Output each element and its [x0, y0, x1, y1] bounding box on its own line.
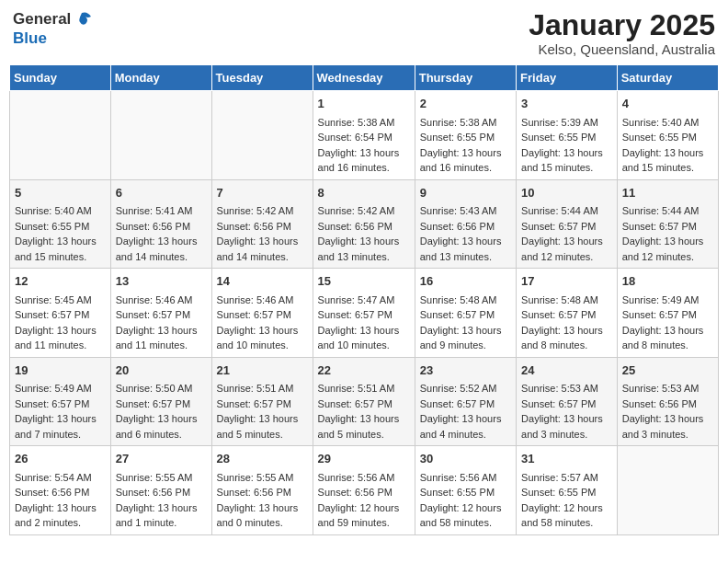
day-info: Daylight: 13 hours: [116, 500, 207, 516]
day-info: Sunset: 6:56 PM: [318, 219, 410, 235]
day-info: Sunset: 6:56 PM: [116, 219, 207, 235]
logo: General Blue: [13, 9, 93, 48]
day-info: and 10 minutes.: [217, 338, 308, 353]
day-info: Sunrise: 5:39 AM: [521, 115, 612, 131]
day-info: Sunrise: 5:41 AM: [116, 203, 207, 219]
calendar-cell: 5Sunrise: 5:40 AMSunset: 6:55 PMDaylight…: [10, 179, 111, 269]
calendar-cell: 7Sunrise: 5:42 AMSunset: 6:56 PMDaylight…: [211, 179, 313, 269]
day-number: 11: [622, 184, 713, 202]
day-info: Sunrise: 5:42 AM: [318, 203, 410, 219]
day-info: Sunset: 6:55 PM: [15, 219, 106, 235]
day-number: 4: [622, 95, 713, 113]
day-number: 27: [116, 450, 207, 468]
day-info: and 16 minutes.: [420, 160, 511, 176]
day-info: Sunset: 6:57 PM: [217, 396, 308, 412]
day-info: Sunset: 6:56 PM: [15, 485, 106, 500]
day-number: 31: [521, 450, 612, 468]
day-info: and 15 minutes.: [15, 249, 106, 265]
day-info: Sunrise: 5:46 AM: [217, 293, 308, 308]
day-number: 22: [318, 362, 410, 380]
day-info: and 13 minutes.: [318, 249, 410, 265]
day-info: Sunrise: 5:45 AM: [15, 293, 106, 308]
day-info: Sunrise: 5:55 AM: [217, 470, 308, 486]
day-info: Daylight: 12 hours: [521, 500, 612, 516]
day-info: and 13 minutes.: [420, 249, 511, 265]
day-info: Sunrise: 5:43 AM: [420, 203, 511, 219]
day-info: Daylight: 13 hours: [15, 411, 106, 427]
day-info: Sunset: 6:57 PM: [318, 396, 410, 412]
day-info: Sunset: 6:55 PM: [622, 130, 713, 145]
day-info: Sunset: 6:57 PM: [217, 307, 308, 323]
day-info: Daylight: 13 hours: [420, 234, 511, 249]
calendar-cell: 12Sunrise: 5:45 AMSunset: 6:57 PMDayligh…: [10, 269, 111, 358]
day-info: and 2 minutes.: [15, 515, 106, 531]
calendar-cell: 2Sunrise: 5:38 AMSunset: 6:55 PMDaylight…: [415, 91, 516, 180]
day-info: Sunset: 6:55 PM: [521, 485, 612, 500]
day-info: Sunrise: 5:50 AM: [116, 381, 207, 396]
day-info: Sunset: 6:57 PM: [521, 219, 612, 235]
calendar-cell: [10, 91, 111, 180]
day-info: and 16 minutes.: [318, 160, 410, 176]
day-info: and 0 minutes.: [217, 515, 308, 531]
logo-general: General: [13, 10, 71, 29]
day-info: and 14 minutes.: [116, 249, 207, 265]
day-info: Daylight: 13 hours: [217, 500, 308, 516]
calendar-cell: 28Sunrise: 5:55 AMSunset: 6:56 PMDayligh…: [211, 446, 313, 535]
day-info: Sunrise: 5:56 AM: [420, 470, 511, 486]
day-info: and 58 minutes.: [521, 515, 612, 531]
day-info: Sunset: 6:55 PM: [420, 485, 511, 500]
day-info: Sunrise: 5:47 AM: [318, 293, 410, 308]
day-info: Daylight: 13 hours: [318, 145, 410, 161]
day-number: 6: [116, 184, 207, 202]
day-info: and 11 minutes.: [116, 338, 207, 353]
day-number: 28: [217, 450, 308, 468]
day-info: Sunset: 6:56 PM: [217, 219, 308, 235]
day-info: Daylight: 13 hours: [420, 323, 511, 339]
calendar-cell: 20Sunrise: 5:50 AMSunset: 6:57 PMDayligh…: [110, 357, 211, 446]
day-info: Sunset: 6:56 PM: [622, 396, 713, 412]
day-header-thursday: Thursday: [415, 65, 516, 91]
day-info: and 9 minutes.: [420, 338, 511, 353]
day-info: Sunset: 6:56 PM: [420, 219, 511, 235]
day-info: and 11 minutes.: [15, 338, 106, 353]
day-number: 26: [15, 450, 106, 468]
day-info: Daylight: 13 hours: [217, 234, 308, 249]
day-info: Sunrise: 5:53 AM: [622, 381, 713, 396]
day-info: Daylight: 13 hours: [521, 234, 612, 249]
day-info: and 14 minutes.: [217, 249, 308, 265]
calendar-cell: 23Sunrise: 5:52 AMSunset: 6:57 PMDayligh…: [415, 357, 516, 446]
day-number: 29: [318, 450, 410, 468]
day-info: Daylight: 13 hours: [318, 234, 410, 249]
day-number: 5: [15, 184, 106, 202]
day-number: 20: [116, 362, 207, 380]
day-info: Daylight: 13 hours: [318, 411, 410, 427]
calendar-cell: 21Sunrise: 5:51 AMSunset: 6:57 PMDayligh…: [211, 357, 313, 446]
calendar-cell: 30Sunrise: 5:56 AMSunset: 6:55 PMDayligh…: [415, 446, 516, 535]
day-info: Sunrise: 5:42 AM: [217, 203, 308, 219]
day-info: Daylight: 13 hours: [521, 411, 612, 427]
week-row-1: 1Sunrise: 5:38 AMSunset: 6:54 PMDaylight…: [10, 91, 719, 180]
day-info: Sunset: 6:57 PM: [622, 219, 713, 235]
day-info: Daylight: 13 hours: [420, 411, 511, 427]
calendar-cell: 3Sunrise: 5:39 AMSunset: 6:55 PMDaylight…: [517, 91, 618, 180]
day-info: Sunrise: 5:38 AM: [420, 115, 511, 131]
day-header-monday: Monday: [110, 65, 211, 91]
day-info: Sunset: 6:55 PM: [521, 130, 612, 145]
day-number: 15: [318, 272, 410, 291]
day-info: Daylight: 13 hours: [217, 411, 308, 427]
logo-blue: Blue: [13, 29, 47, 48]
day-info: and 15 minutes.: [622, 160, 713, 176]
day-number: 25: [622, 362, 713, 380]
day-number: 14: [217, 272, 308, 291]
day-info: and 1 minute.: [116, 515, 207, 531]
day-info: Daylight: 13 hours: [420, 145, 511, 161]
day-info: Sunrise: 5:53 AM: [521, 381, 612, 396]
day-info: Sunrise: 5:49 AM: [622, 293, 713, 308]
day-info: and 3 minutes.: [622, 427, 713, 442]
day-info: Sunset: 6:57 PM: [420, 396, 511, 412]
day-info: and 10 minutes.: [318, 338, 410, 353]
day-number: 2: [420, 95, 511, 113]
day-info: Sunrise: 5:51 AM: [318, 381, 410, 396]
day-info: and 12 minutes.: [521, 249, 612, 265]
calendar-cell: 24Sunrise: 5:53 AMSunset: 6:57 PMDayligh…: [517, 357, 618, 446]
